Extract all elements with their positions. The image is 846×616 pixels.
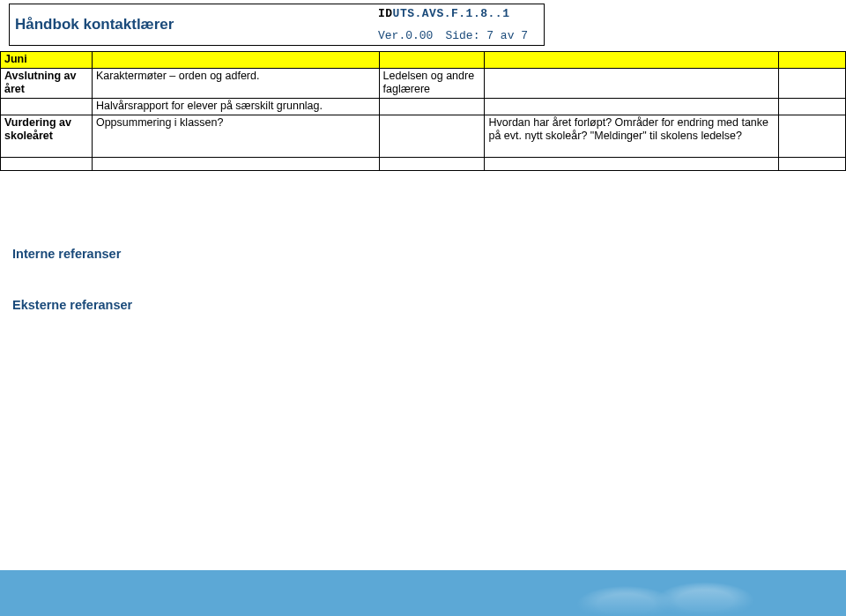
- month-header-row: Juni: [1, 52, 846, 69]
- row-label: Avslutning av året: [1, 68, 93, 98]
- cell: Halvårsrapport for elever på særskilt gr…: [92, 98, 379, 115]
- empty-cell: [779, 115, 846, 157]
- cell: Hvordan har året forløpt? Områder for en…: [485, 115, 779, 157]
- document-id: IDUTS.AVS.F.1.8..1: [378, 7, 538, 20]
- document-header: Håndbok kontaktlærer IDUTS.AVS.F.1.8..1 …: [9, 4, 545, 46]
- cell: Karaktermøter – orden og adferd.: [92, 68, 379, 98]
- empty-cell: [779, 68, 846, 98]
- empty-cell: [92, 52, 379, 69]
- table-row: Vurdering av skoleåret Oppsummering i kl…: [1, 115, 846, 157]
- internal-references-heading: Interne referanser: [12, 247, 132, 261]
- empty-cell: [779, 52, 846, 69]
- empty-cell: [485, 157, 779, 170]
- cell: Oppsummering i klassen?: [92, 115, 379, 157]
- schedule-table: Juni Avslutning av året Karaktermøter – …: [0, 51, 846, 171]
- empty-cell: [379, 157, 485, 170]
- table-row: [1, 157, 846, 170]
- empty-cell: [1, 157, 93, 170]
- empty-cell: [779, 98, 846, 115]
- document-version: Ver.0.00: [378, 29, 433, 42]
- document-title: Håndbok kontaktlærer: [15, 16, 174, 33]
- table-row: Avslutning av året Karaktermøter – orden…: [1, 68, 846, 98]
- cell: [379, 115, 485, 157]
- doc-id-prefix: ID: [378, 7, 393, 20]
- table-row: Halvårsrapport for elever på særskilt gr…: [1, 98, 846, 115]
- cell: [485, 68, 779, 98]
- month-cell: Juni: [1, 52, 93, 69]
- doc-id-rest: UTS.AVS.F.1.8..1: [393, 7, 510, 20]
- document-title-wrap: Håndbok kontaktlærer: [10, 4, 378, 45]
- empty-cell: [92, 157, 379, 170]
- reference-sections: Interne referanser Eksterne referanser: [12, 247, 132, 349]
- cell: Ledelsen og andre faglærere: [379, 68, 485, 98]
- empty-cell: [379, 52, 485, 69]
- external-references-heading: Eksterne referanser: [12, 298, 132, 312]
- document-page: Side: 7 av 7: [445, 29, 528, 42]
- cell: [379, 98, 485, 115]
- empty-cell: [485, 52, 779, 69]
- footer-brand-bar: [0, 570, 846, 616]
- row-label: Vurdering av skoleåret: [1, 115, 93, 157]
- document-meta: IDUTS.AVS.F.1.8..1 Ver.0.00 Side: 7 av 7: [378, 4, 544, 45]
- document-version-line: Ver.0.00 Side: 7 av 7: [378, 29, 538, 42]
- empty-cell: [779, 157, 846, 170]
- row-label: [1, 98, 93, 115]
- cell: [485, 98, 779, 115]
